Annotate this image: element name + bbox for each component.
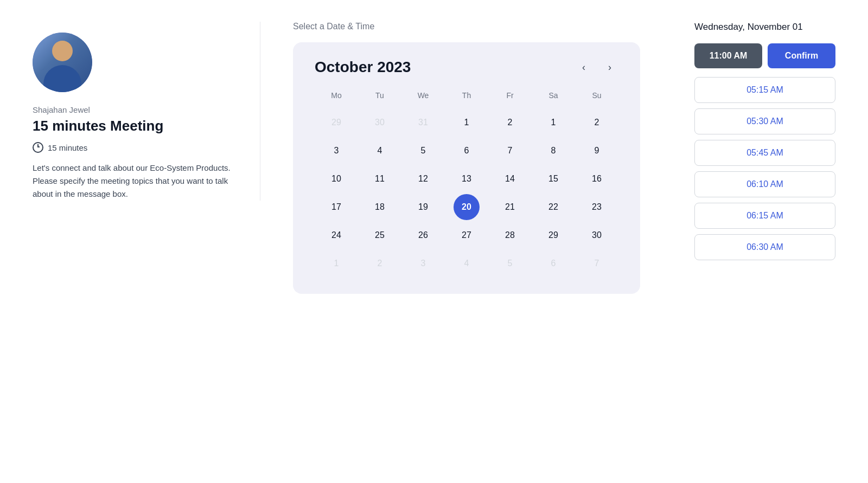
day-cell[interactable]: 3	[323, 138, 349, 164]
avatar-image	[33, 33, 92, 92]
day-cell[interactable]: 25	[367, 222, 393, 248]
day-cell[interactable]: 10	[323, 166, 349, 192]
day-cell: 2	[367, 250, 393, 276]
day-header-th: Th	[445, 91, 488, 108]
day-cell[interactable]: 19	[410, 194, 436, 220]
day-cell[interactable]: 7	[497, 138, 523, 164]
day-cell[interactable]: 5	[410, 138, 436, 164]
day-header-fr: Fr	[488, 91, 532, 108]
day-cell[interactable]: 16	[584, 166, 610, 192]
day-cell[interactable]: 9	[584, 138, 610, 164]
confirm-button[interactable]: Confirm	[768, 43, 835, 68]
time-slot-0615am[interactable]: 06:15 AM	[694, 203, 835, 229]
day-cell[interactable]: 14	[497, 166, 523, 192]
day-cell[interactable]: 2	[497, 110, 523, 136]
day-cell: 31	[410, 110, 436, 136]
day-cell[interactable]: 21	[497, 194, 523, 220]
day-header-su: Su	[575, 91, 618, 108]
day-cell[interactable]: 6	[454, 138, 480, 164]
day-header-sa: Sa	[532, 91, 575, 108]
day-cell[interactable]: 24	[323, 222, 349, 248]
day-cell[interactable]: 11	[367, 166, 393, 192]
day-header-mo: Mo	[315, 91, 358, 108]
time-slot-0515am[interactable]: 05:15 AM	[694, 77, 835, 103]
day-cell[interactable]: 8	[540, 138, 566, 164]
selected-date-label: Wednesday, November 01	[694, 22, 835, 33]
time-slot-0610am[interactable]: 06:10 AM	[694, 171, 835, 197]
day-cell: 5	[497, 250, 523, 276]
meeting-title: 15 minutes Meeting	[33, 118, 238, 134]
center-panel: Select a Date & Time October 2023 ‹ › Mo…	[260, 22, 673, 294]
day-cell[interactable]: 1	[454, 110, 480, 136]
calendar-grid: Mo Tu We Th Fr Sa Su 29 30 31 1 2 1 2 3 …	[315, 91, 618, 278]
page-container: Shajahan Jewel 15 minutes Meeting 15 min…	[33, 22, 835, 294]
next-month-button[interactable]: ›	[601, 59, 618, 76]
calendar-nav: ‹ ›	[575, 59, 618, 76]
right-panel: Wednesday, November 01 11:00 AM Confirm …	[673, 22, 835, 266]
section-title: Select a Date & Time	[293, 22, 640, 31]
day-cell[interactable]: 26	[410, 222, 436, 248]
clock-icon	[33, 142, 43, 153]
day-header-we: We	[401, 91, 445, 108]
selected-time-button[interactable]: 11:00 AM	[694, 43, 762, 68]
prev-month-button[interactable]: ‹	[575, 59, 592, 76]
day-cell: 7	[584, 250, 610, 276]
day-cell: 29	[323, 110, 349, 136]
day-cell: 4	[454, 250, 480, 276]
day-cell[interactable]: 29	[540, 222, 566, 248]
day-header-tu: Tu	[358, 91, 401, 108]
day-cell[interactable]: 28	[497, 222, 523, 248]
day-cell[interactable]: 1	[540, 110, 566, 136]
day-cell[interactable]: 2	[584, 110, 610, 136]
day-cell: 1	[323, 250, 349, 276]
calendar-header: October 2023 ‹ ›	[315, 59, 618, 76]
meeting-description: Let's connect and talk about our Eco-Sys…	[33, 162, 238, 201]
host-name: Shajahan Jewel	[33, 105, 238, 114]
day-cell: 30	[367, 110, 393, 136]
duration-text: 15 minutes	[48, 143, 87, 152]
duration-row: 15 minutes	[33, 142, 238, 153]
avatar	[33, 33, 92, 92]
left-panel: Shajahan Jewel 15 minutes Meeting 15 min…	[33, 22, 260, 201]
day-cell[interactable]: 22	[540, 194, 566, 220]
day-cell[interactable]: 23	[584, 194, 610, 220]
day-cell[interactable]: 12	[410, 166, 436, 192]
day-cell[interactable]: 4	[367, 138, 393, 164]
day-cell[interactable]: 13	[454, 166, 480, 192]
calendar-month: October 2023	[315, 59, 411, 76]
day-cell[interactable]: 30	[584, 222, 610, 248]
time-slot-0530am[interactable]: 05:30 AM	[694, 108, 835, 134]
time-slot-0545am[interactable]: 05:45 AM	[694, 140, 835, 166]
day-cell[interactable]: 18	[367, 194, 393, 220]
day-cell[interactable]: 15	[540, 166, 566, 192]
time-confirm-row: 11:00 AM Confirm	[694, 43, 835, 68]
day-cell[interactable]: 27	[454, 222, 480, 248]
day-cell[interactable]: 17	[323, 194, 349, 220]
calendar-container: October 2023 ‹ › Mo Tu We Th Fr Sa Su 29…	[293, 42, 640, 294]
time-slot-0630am[interactable]: 06:30 AM	[694, 234, 835, 260]
day-cell: 3	[410, 250, 436, 276]
day-cell: 6	[540, 250, 566, 276]
day-cell-selected[interactable]: 20	[454, 194, 480, 220]
